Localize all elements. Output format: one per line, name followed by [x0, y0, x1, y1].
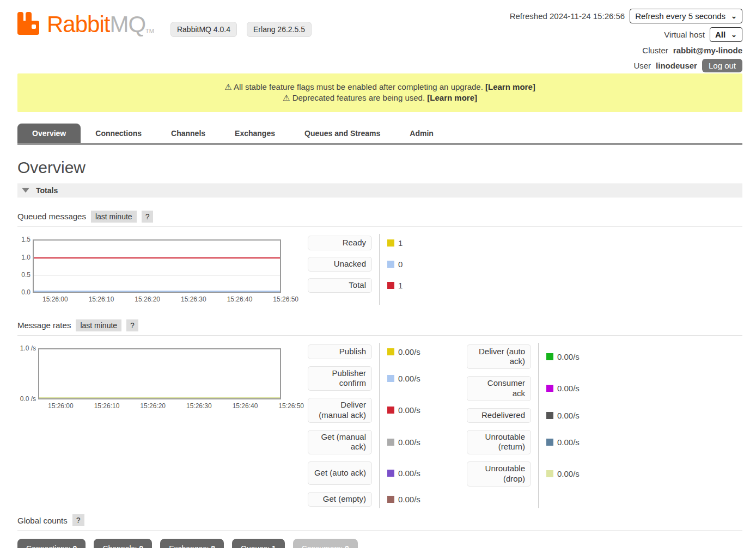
get-auto-swatch-icon — [387, 470, 394, 477]
queued-messages-title: Queued messages — [17, 212, 86, 221]
x-tick: 15:26:10 — [89, 295, 114, 303]
consumers-count-button[interactable]: Consumers: 0 — [293, 539, 358, 548]
warning-icon: ⚠ — [283, 93, 290, 102]
legend-label-publish[interactable]: Publish — [308, 344, 372, 359]
get-empty-rate: 0.00/s — [398, 495, 420, 504]
message-rates-chart-row: 1.0 /s 0.0 /s 15:26:00 15:26:10 15:26:20… — [17, 344, 742, 507]
rates-legend-left: Publish 0.00/s Publisher confirm 0.00/s … — [308, 344, 433, 507]
legend-row-publish: Publish 0.00/s — [308, 344, 433, 359]
y-tick: 0.5 — [17, 271, 31, 279]
deliver-manual-rate: 0.00/s — [398, 405, 420, 415]
legend-divider — [538, 343, 539, 509]
learn-more-link-2[interactable]: [Learn more] — [427, 93, 477, 102]
legend-label-get-auto[interactable]: Get (auto ack) — [308, 461, 372, 485]
x-tick: 15:26:00 — [42, 295, 68, 303]
tab-overview[interactable]: Overview — [17, 124, 81, 143]
legend-label-total[interactable]: Total — [308, 278, 372, 293]
queues-count-button[interactable]: Queues: 1 — [232, 539, 285, 548]
legend-label-unacked[interactable]: Unacked — [308, 257, 372, 272]
message-rates-title: Message rates — [17, 321, 71, 330]
total-series-line — [34, 257, 280, 258]
collapse-triangle-icon[interactable] — [22, 188, 29, 193]
get-manual-swatch-icon — [387, 439, 394, 446]
y-tick: 1.0 — [17, 254, 31, 261]
version-badges: RabbitMQ 4.0.4 Erlang 26.2.5.5 — [170, 12, 312, 37]
unroutable-drop-swatch-icon — [546, 470, 553, 477]
header: RabbitMQTM RabbitMQ 4.0.4 Erlang 26.2.5.… — [0, 0, 756, 72]
x-tick: 15:26:50 — [278, 402, 304, 410]
global-counts-row: Connections: 0 Channels: 0 Exchanges: 8 … — [17, 539, 742, 548]
tab-connections[interactable]: Connections — [81, 124, 156, 143]
unroutable-drop-rate: 0.00/s — [557, 469, 580, 478]
refresh-interval-select[interactable]: Refresh every 5 seconds ⌄ — [630, 9, 742, 23]
x-axis-labels: 15:26:00 15:26:10 15:26:20 15:26:30 15:2… — [48, 402, 304, 410]
global-counts-heading: Global counts ? — [17, 514, 742, 531]
legend-label-unroutable-drop[interactable]: Unroutable (drop) — [467, 461, 531, 487]
queued-messages-heading: Queued messages last minute ? — [17, 211, 742, 227]
learn-more-link-1[interactable]: [Learn more] — [485, 82, 535, 91]
unacked-value: 0 — [398, 260, 403, 269]
page-title: Overview — [17, 158, 756, 177]
rabbitmq-version-badge: RabbitMQ 4.0.4 — [170, 22, 237, 37]
queued-range-badge[interactable]: last minute — [91, 211, 137, 223]
global-counts-title: Global counts — [17, 516, 68, 525]
plot-area — [38, 348, 281, 399]
x-tick: 15:26:40 — [233, 402, 258, 410]
deliver-auto-rate: 0.00/s — [557, 352, 580, 361]
logout-button[interactable]: Log out — [702, 59, 742, 72]
legend-label-redelivered[interactable]: Redelivered — [467, 408, 531, 423]
legend-row-unacked: Unacked 0 — [308, 257, 433, 272]
message-rates-chart: 1.0 /s 0.0 /s 15:26:00 15:26:10 15:26:20… — [17, 344, 298, 507]
totals-section-header[interactable]: Totals — [17, 183, 742, 198]
virtual-host-select[interactable]: All ⌄ — [710, 27, 742, 42]
x-tick: 15:26:30 — [186, 402, 212, 410]
rates-range-badge[interactable]: last minute — [76, 319, 121, 331]
tab-queues-and-streams[interactable]: Queues and Streams — [290, 124, 395, 143]
legend-label-publisher-confirm[interactable]: Publisher confirm — [308, 366, 372, 391]
connections-count-button[interactable]: Connections: 0 — [17, 539, 86, 548]
rates-legend-right: Deliver (auto ack) 0.00/s Consumer ack 0… — [467, 344, 592, 507]
exchanges-count-button[interactable]: Exchanges: 8 — [160, 539, 224, 548]
global-counts-help-icon[interactable]: ? — [72, 514, 84, 526]
warning-icon: ⚠ — [224, 82, 231, 91]
rabbitmq-overview-page: RabbitMQTM RabbitMQ 4.0.4 Erlang 26.2.5.… — [0, 0, 756, 548]
tab-exchanges[interactable]: Exchanges — [220, 124, 290, 143]
queued-help-icon[interactable]: ? — [142, 211, 154, 223]
legend-label-deliver-auto[interactable]: Deliver (auto ack) — [467, 344, 531, 370]
publish-swatch-icon — [387, 348, 394, 355]
tab-admin[interactable]: Admin — [395, 124, 448, 143]
total-swatch-icon — [387, 282, 394, 289]
user-name: linodeuser — [656, 61, 697, 70]
y-tick: 1.5 — [17, 236, 31, 243]
ready-value: 1 — [398, 238, 403, 248]
legend-row-redelivered: Redelivered 0.00/s — [467, 408, 592, 423]
unacked-swatch-icon — [387, 261, 394, 268]
y-tick: 0.0 /s — [17, 395, 36, 403]
rates-help-icon[interactable]: ? — [126, 319, 138, 331]
legend-label-consumer-ack[interactable]: Consumer ack — [467, 376, 531, 401]
legend-label-ready[interactable]: Ready — [308, 236, 372, 250]
legend-divider — [379, 234, 380, 305]
legend-label-get-manual[interactable]: Get (manual ack) — [308, 430, 372, 455]
chevron-down-icon: ⌄ — [731, 30, 737, 39]
channels-count-button[interactable]: Channels: 0 — [94, 539, 152, 548]
legend-label-get-empty[interactable]: Get (empty) — [308, 492, 372, 507]
x-tick: 15:26:50 — [273, 295, 298, 303]
warning-banner: ⚠ All stable feature flags must be enabl… — [17, 73, 742, 112]
queued-messages-legend: Ready 1 Unacked 0 Total 1 — [308, 236, 433, 303]
header-status: Refreshed 2024-11-24 15:26:56 Refresh ev… — [510, 8, 742, 72]
legend-row-publisher-confirm: Publisher confirm 0.00/s — [308, 366, 433, 391]
banner-line1-text: All stable feature flags must be enabled… — [234, 82, 483, 91]
tab-channels[interactable]: Channels — [156, 124, 220, 143]
queued-messages-chart-row: 1.5 1.0 0.5 0.0 15:26:00 15:26:10 15:26:… — [17, 236, 742, 303]
logo-wordmark: RabbitMQTM — [47, 12, 154, 37]
legend-row-total: Total 1 — [308, 278, 433, 293]
x-tick: 15:26:20 — [140, 402, 166, 410]
get-auto-rate: 0.00/s — [398, 469, 420, 478]
legend-label-deliver-manual[interactable]: Deliver (manual ack) — [308, 398, 372, 423]
legend-label-unroutable-return[interactable]: Unroutable (return) — [467, 430, 531, 455]
cluster-name: rabbit@my-linode — [673, 46, 742, 55]
publisher-confirm-rate: 0.00/s — [398, 374, 420, 383]
x-tick: 15:26:30 — [181, 295, 206, 303]
y-tick: 1.0 /s — [17, 344, 36, 352]
